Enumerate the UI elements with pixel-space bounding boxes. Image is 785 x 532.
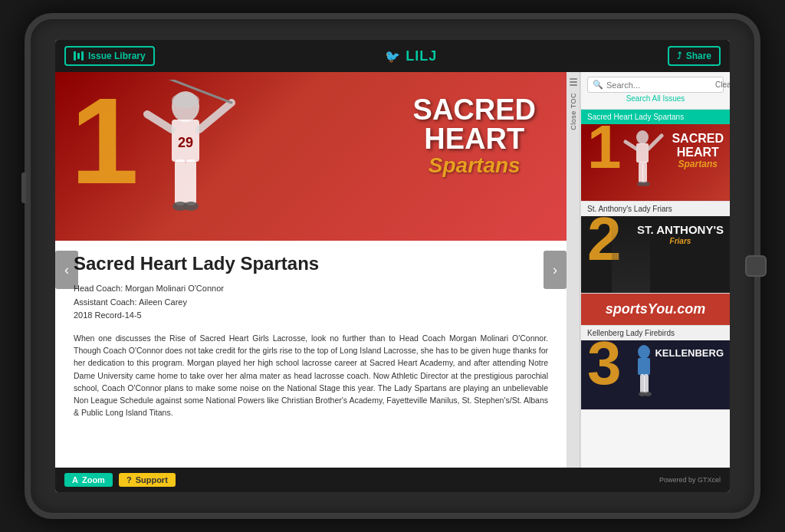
svg-point-11 (636, 130, 649, 144)
thumb-player (619, 128, 665, 201)
hero-title-block: SACRED HEART Spartans (413, 95, 536, 178)
svg-line-3 (147, 114, 172, 130)
svg-point-18 (642, 182, 650, 186)
support-button[interactable]: ? Support (119, 473, 176, 487)
powered-by: Powered by GTXcel (659, 476, 721, 484)
next-arrow[interactable]: › (544, 251, 567, 289)
issue-label-sacred-heart: Sacred Heart Lady Spartans (581, 110, 730, 124)
bottom-controls: A Zoom ? Support (64, 473, 176, 487)
svg-point-24 (644, 392, 652, 396)
article-panel: 1 29 (55, 72, 567, 468)
head-coach: Head Coach: Morgan Molinari O'Connor (74, 282, 548, 296)
toc-label: Close TOC (570, 93, 577, 130)
issue-card-st-anthonys[interactable]: St. Anthony's Lady Friars 2 ST. ANTHONY'… (581, 202, 730, 294)
toc-strip[interactable]: Close TOC (567, 72, 580, 468)
svg-point-9 (183, 202, 199, 211)
thumb-number-1: 1 (587, 124, 622, 178)
issue-library-label: Issue Library (88, 51, 146, 61)
logo: 🐦 LILJ (385, 48, 437, 64)
svg-rect-6 (175, 159, 186, 205)
zoom-icon: A (72, 475, 78, 484)
svg-rect-7 (186, 159, 196, 205)
svg-line-13 (626, 142, 636, 149)
issue-library-button[interactable]: Issue Library (64, 46, 155, 66)
right-sidebar: 🔍 Clear Search All Issues Sacred Heart L… (580, 72, 730, 468)
search-area: 🔍 Clear Search All Issues (581, 72, 730, 110)
zoom-button[interactable]: A Zoom (64, 473, 113, 487)
tablet-screen: Issue Library 🐦 LILJ ⤴ Share 1 (55, 40, 730, 492)
share-icon: ⤴ (677, 51, 682, 61)
top-bar: Issue Library 🐦 LILJ ⤴ Share (55, 40, 730, 72)
player-svg: 29 (117, 80, 255, 241)
hero-title-heart: HEART (413, 124, 536, 153)
svg-point-10 (172, 93, 199, 108)
svg-rect-20 (638, 358, 650, 375)
thumb-shadow (612, 220, 650, 293)
issue-card-kellenberg[interactable]: Kellenberg Lady Firebirds 3 KELLENBERG (581, 326, 730, 410)
hero-title-spartans: Spartans (413, 153, 536, 178)
bottom-bar: A Zoom ? Support Powered by GTXcel (55, 468, 730, 492)
article-title: Sacred Heart Lady Spartans (74, 253, 548, 274)
issue-label-st-anthonys: St. Anthony's Lady Friars (581, 202, 730, 216)
side-button[interactable] (21, 172, 26, 203)
home-button[interactable] (745, 255, 767, 277)
tablet-frame: Issue Library 🐦 LILJ ⤴ Share 1 (25, 13, 760, 519)
svg-text:29: 29 (178, 135, 193, 150)
thumb-player-k (623, 344, 665, 409)
hero-image: 1 29 (55, 72, 567, 241)
issue-card-sacred-heart[interactable]: Sacred Heart Lady Spartans 1 SACREDHEART… (581, 110, 730, 202)
issue-thumb-st-anthonys[interactable]: 2 ST. ANTHONY'S Friars (581, 216, 730, 293)
share-button[interactable]: ⤴ Share (668, 46, 721, 66)
logo-text: LILJ (406, 48, 437, 64)
svg-line-14 (649, 136, 662, 149)
article-meta: Head Coach: Morgan Molinari O'Connor Ass… (74, 282, 548, 323)
grid-icon (74, 51, 84, 61)
article-body: When one discusses the Rise of Sacred He… (74, 332, 548, 419)
prev-arrow[interactable]: ‹ (55, 251, 78, 289)
share-label: Share (686, 51, 711, 61)
ad-content[interactable]: sportsYou.com (581, 294, 730, 325)
thumb-title-sacred: SACREDHEART Spartans (672, 132, 724, 169)
svg-rect-22 (644, 374, 649, 393)
hero-title-sacred: SACRED (413, 95, 536, 124)
svg-rect-16 (642, 162, 647, 183)
sidebar-area: Close TOC 🔍 Clear Search All Issues (567, 72, 730, 468)
zoom-label: Zoom (82, 475, 105, 484)
main-content: 1 29 (55, 72, 730, 468)
issues-list: Sacred Heart Lady Spartans 1 SACREDHEART… (581, 110, 730, 468)
svg-rect-12 (636, 143, 649, 163)
support-icon: ? (126, 475, 132, 484)
assistant-coach: Assistant Coach: Aileen Carey (74, 296, 548, 310)
svg-line-4 (199, 103, 232, 130)
ad-card-sportsyou[interactable]: sportsYou.com (581, 294, 730, 326)
article-content[interactable]: Sacred Heart Lady Spartans Head Coach: M… (55, 241, 567, 468)
issue-thumb-kellenberg[interactable]: 3 KELLENBERG (581, 340, 730, 409)
clear-button[interactable]: Clear (715, 80, 730, 89)
support-label: Support (136, 475, 168, 484)
issue-label-kellenberg: Kellenberg Lady Firebirds (581, 326, 730, 340)
search-all-link[interactable]: Search All Issues (587, 93, 724, 104)
thumb-number-3: 3 (587, 340, 622, 394)
svg-point-19 (638, 345, 650, 359)
toc-dots-icon (570, 78, 577, 86)
ad-text: sportsYou.com (589, 301, 722, 317)
player-figure: 29 (117, 80, 255, 241)
search-row: 🔍 Clear (587, 77, 724, 93)
record: 2018 Record-14-5 (74, 309, 548, 323)
issue-thumb-sacred-heart[interactable]: 1 SACREDHEART Spartans (581, 124, 730, 201)
search-icon: 🔍 (593, 80, 603, 90)
logo-bird-icon: 🐦 (385, 49, 401, 64)
search-input[interactable] (606, 80, 712, 90)
